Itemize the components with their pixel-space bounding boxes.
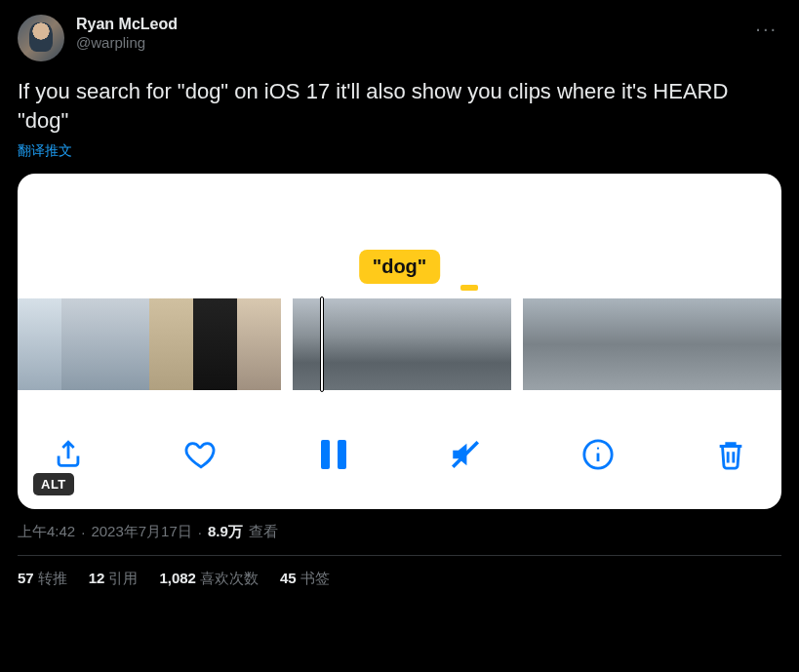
quotes-count: 12	[89, 570, 105, 586]
clip-strip[interactable]	[293, 298, 511, 390]
bookmarks-label: 书签	[300, 570, 330, 586]
share-icon[interactable]	[51, 437, 86, 472]
quotes-stat[interactable]: 12引用	[89, 570, 139, 588]
more-menu-button[interactable]: ···	[755, 18, 778, 40]
meta-row: 上午4:42 · 2023年7月17日 · 8.9万 查看	[18, 523, 781, 541]
svg-point-3	[597, 448, 599, 450]
clip-frame	[105, 298, 149, 390]
handle[interactable]: @warpling	[76, 34, 178, 53]
tweet-text: If you search for "dog" on iOS 17 it'll …	[18, 77, 781, 135]
clip-frame	[237, 298, 281, 390]
clip-frame	[523, 298, 567, 390]
likes-stat[interactable]: 1,082喜欢次数	[159, 570, 259, 588]
likes-label: 喜欢次数	[200, 570, 259, 586]
retweets-count: 57	[18, 570, 34, 586]
author-names: Ryan McLeod @warpling	[76, 15, 178, 53]
views-label: 查看	[249, 523, 278, 541]
retweets-stat[interactable]: 57转推	[18, 570, 67, 588]
info-icon[interactable]	[580, 437, 616, 472]
avatar[interactable]	[18, 15, 64, 61]
trash-icon[interactable]	[713, 437, 748, 472]
clip-frame	[611, 298, 655, 390]
caption-tag: "dog"	[359, 250, 441, 284]
pause-icon[interactable]	[316, 437, 351, 472]
dot-separator: ·	[198, 524, 202, 540]
clip-frame	[742, 298, 781, 390]
tweet: Ryan McLeod @warpling ··· If you search …	[0, 0, 799, 602]
translate-link[interactable]: 翻译推文	[18, 142, 781, 160]
clip-frame	[699, 298, 742, 390]
tweet-header: Ryan McLeod @warpling	[18, 15, 781, 61]
tweet-time[interactable]: 上午4:42	[18, 523, 75, 541]
views-count: 8.9万	[208, 523, 243, 541]
caption-marker	[460, 285, 478, 291]
heart-icon[interactable]	[183, 437, 219, 472]
timeline-strips[interactable]	[18, 298, 781, 390]
media-card[interactable]: "dog"	[18, 174, 781, 509]
media-toolbar	[18, 427, 781, 482]
bookmarks-count: 45	[280, 570, 297, 586]
dot-separator: ·	[81, 524, 85, 540]
alt-badge[interactable]: ALT	[33, 473, 74, 495]
display-name[interactable]: Ryan McLeod	[76, 15, 178, 34]
tweet-date[interactable]: 2023年7月17日	[91, 523, 191, 541]
clip-strip[interactable]	[523, 298, 781, 390]
clip-frame	[293, 298, 366, 390]
bookmarks-stat[interactable]: 45书签	[280, 570, 330, 588]
clip-frame	[438, 298, 511, 390]
clip-frame	[149, 298, 193, 390]
clip-frame	[366, 298, 439, 390]
clip-frame	[18, 298, 61, 390]
clip-frame	[567, 298, 611, 390]
likes-count: 1,082	[159, 570, 196, 586]
clip-frame	[193, 298, 237, 390]
mute-icon[interactable]	[448, 437, 483, 472]
retweets-label: 转推	[38, 570, 67, 586]
quotes-label: 引用	[108, 570, 138, 586]
stats-row: 57转推 12引用 1,082喜欢次数 45书签	[18, 556, 781, 602]
clip-frame	[655, 298, 699, 390]
clip-frame	[61, 298, 105, 390]
clip-strip[interactable]	[18, 298, 281, 390]
playhead[interactable]	[320, 296, 324, 392]
